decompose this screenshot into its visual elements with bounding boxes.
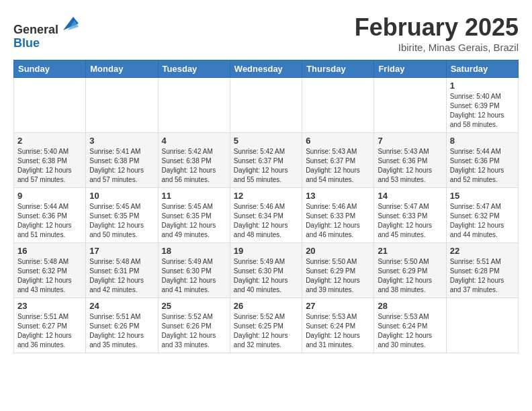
logo: General Blue	[13, 13, 80, 50]
day-info: Sunrise: 5:51 AMSunset: 6:27 PMDaylight:…	[17, 312, 82, 350]
day-info: Sunrise: 5:44 AMSunset: 6:36 PMDaylight:…	[450, 147, 515, 185]
day-header-friday: Friday	[374, 60, 446, 78]
day-info: Sunrise: 5:40 AMSunset: 6:38 PMDaylight:…	[17, 147, 82, 185]
day-info: Sunrise: 5:42 AMSunset: 6:37 PMDaylight:…	[234, 147, 298, 185]
calendar-cell: 13Sunrise: 5:46 AMSunset: 6:33 PMDayligh…	[302, 188, 374, 243]
day-number: 22	[450, 246, 515, 256]
calendar-cell: 28Sunrise: 5:53 AMSunset: 6:24 PMDayligh…	[374, 298, 446, 353]
calendar-cell: 21Sunrise: 5:50 AMSunset: 6:29 PMDayligh…	[374, 243, 446, 298]
calendar-cell	[374, 78, 446, 133]
day-number: 4	[162, 136, 226, 146]
week-row-5: 23Sunrise: 5:51 AMSunset: 6:27 PMDayligh…	[14, 298, 519, 353]
day-number: 1	[450, 81, 515, 91]
day-number: 17	[89, 246, 154, 256]
calendar-cell: 14Sunrise: 5:47 AMSunset: 6:33 PMDayligh…	[374, 188, 446, 243]
day-number: 14	[378, 191, 442, 201]
calendar-table: SundayMondayTuesdayWednesdayThursdayFrid…	[13, 60, 519, 353]
calendar-cell: 15Sunrise: 5:47 AMSunset: 6:32 PMDayligh…	[446, 188, 518, 243]
calendar-cell: 18Sunrise: 5:49 AMSunset: 6:30 PMDayligh…	[158, 243, 230, 298]
calendar-cell: 11Sunrise: 5:45 AMSunset: 6:35 PMDayligh…	[158, 188, 230, 243]
calendar-cell: 17Sunrise: 5:48 AMSunset: 6:31 PMDayligh…	[86, 243, 158, 298]
day-number: 18	[162, 246, 226, 256]
week-row-2: 2Sunrise: 5:40 AMSunset: 6:38 PMDaylight…	[14, 133, 519, 188]
day-info: Sunrise: 5:47 AMSunset: 6:32 PMDaylight:…	[450, 202, 515, 240]
day-number: 10	[89, 191, 154, 201]
week-row-1: 1Sunrise: 5:40 AMSunset: 6:39 PMDaylight…	[14, 78, 519, 133]
day-info: Sunrise: 5:49 AMSunset: 6:30 PMDaylight:…	[234, 257, 298, 295]
day-number: 20	[306, 246, 370, 256]
day-info: Sunrise: 5:52 AMSunset: 6:25 PMDaylight:…	[234, 312, 298, 350]
week-row-4: 16Sunrise: 5:48 AMSunset: 6:32 PMDayligh…	[14, 243, 519, 298]
calendar-cell: 19Sunrise: 5:49 AMSunset: 6:30 PMDayligh…	[230, 243, 302, 298]
header: General Blue February 2025 Ibirite, Mina…	[13, 13, 519, 53]
day-number: 15	[450, 191, 515, 201]
day-info: Sunrise: 5:43 AMSunset: 6:37 PMDaylight:…	[306, 147, 370, 185]
day-number: 26	[234, 301, 298, 311]
day-number: 24	[89, 301, 154, 311]
calendar-cell: 5Sunrise: 5:42 AMSunset: 6:37 PMDaylight…	[230, 133, 302, 188]
calendar-cell	[302, 78, 374, 133]
calendar-cell: 26Sunrise: 5:52 AMSunset: 6:25 PMDayligh…	[230, 298, 302, 353]
day-number: 9	[17, 191, 82, 201]
day-info: Sunrise: 5:48 AMSunset: 6:31 PMDaylight:…	[89, 257, 154, 295]
day-number: 12	[234, 191, 298, 201]
day-number: 25	[162, 301, 226, 311]
day-number: 5	[234, 136, 298, 146]
calendar-cell: 25Sunrise: 5:52 AMSunset: 6:26 PMDayligh…	[158, 298, 230, 353]
day-info: Sunrise: 5:48 AMSunset: 6:32 PMDaylight:…	[17, 257, 82, 295]
calendar-cell: 12Sunrise: 5:46 AMSunset: 6:34 PMDayligh…	[230, 188, 302, 243]
calendar-cell: 9Sunrise: 5:44 AMSunset: 6:36 PMDaylight…	[14, 188, 86, 243]
day-header-tuesday: Tuesday	[158, 60, 230, 78]
day-info: Sunrise: 5:50 AMSunset: 6:29 PMDaylight:…	[306, 257, 370, 295]
day-info: Sunrise: 5:40 AMSunset: 6:39 PMDaylight:…	[450, 92, 515, 130]
day-number: 16	[17, 246, 82, 256]
calendar-cell: 6Sunrise: 5:43 AMSunset: 6:37 PMDaylight…	[302, 133, 374, 188]
calendar-cell: 10Sunrise: 5:45 AMSunset: 6:35 PMDayligh…	[86, 188, 158, 243]
day-number: 11	[162, 191, 226, 201]
day-header-sunday: Sunday	[14, 60, 86, 78]
day-info: Sunrise: 5:41 AMSunset: 6:38 PMDaylight:…	[89, 147, 154, 185]
day-number: 23	[17, 301, 82, 311]
day-number: 21	[378, 246, 442, 256]
day-header-wednesday: Wednesday	[230, 60, 302, 78]
calendar-cell	[230, 78, 302, 133]
calendar-cell: 16Sunrise: 5:48 AMSunset: 6:32 PMDayligh…	[14, 243, 86, 298]
day-info: Sunrise: 5:46 AMSunset: 6:34 PMDaylight:…	[234, 202, 298, 240]
day-info: Sunrise: 5:49 AMSunset: 6:30 PMDaylight:…	[162, 257, 226, 295]
calendar-cell: 20Sunrise: 5:50 AMSunset: 6:29 PMDayligh…	[302, 243, 374, 298]
day-number: 13	[306, 191, 370, 201]
day-info: Sunrise: 5:44 AMSunset: 6:36 PMDaylight:…	[17, 202, 82, 240]
day-number: 2	[17, 136, 82, 146]
calendar-cell: 2Sunrise: 5:40 AMSunset: 6:38 PMDaylight…	[14, 133, 86, 188]
calendar-cell	[14, 78, 86, 133]
calendar-cell: 3Sunrise: 5:41 AMSunset: 6:38 PMDaylight…	[86, 133, 158, 188]
calendar-cell: 7Sunrise: 5:43 AMSunset: 6:36 PMDaylight…	[374, 133, 446, 188]
day-info: Sunrise: 5:53 AMSunset: 6:24 PMDaylight:…	[378, 312, 442, 350]
calendar-cell: 22Sunrise: 5:51 AMSunset: 6:28 PMDayligh…	[446, 243, 518, 298]
day-header-monday: Monday	[86, 60, 158, 78]
day-info: Sunrise: 5:46 AMSunset: 6:33 PMDaylight:…	[306, 202, 370, 240]
day-number: 6	[306, 136, 370, 146]
calendar-cell: 27Sunrise: 5:53 AMSunset: 6:24 PMDayligh…	[302, 298, 374, 353]
logo-blue: Blue	[13, 36, 40, 50]
day-number: 7	[378, 136, 442, 146]
days-header-row: SundayMondayTuesdayWednesdayThursdayFrid…	[14, 60, 519, 78]
day-info: Sunrise: 5:45 AMSunset: 6:35 PMDaylight:…	[89, 202, 154, 240]
day-header-thursday: Thursday	[302, 60, 374, 78]
day-header-saturday: Saturday	[446, 60, 518, 78]
day-info: Sunrise: 5:42 AMSunset: 6:38 PMDaylight:…	[162, 147, 226, 185]
calendar-cell: 8Sunrise: 5:44 AMSunset: 6:36 PMDaylight…	[446, 133, 518, 188]
day-info: Sunrise: 5:51 AMSunset: 6:26 PMDaylight:…	[89, 312, 154, 350]
calendar-cell: 23Sunrise: 5:51 AMSunset: 6:27 PMDayligh…	[14, 298, 86, 353]
day-number: 28	[378, 301, 442, 311]
week-row-3: 9Sunrise: 5:44 AMSunset: 6:36 PMDaylight…	[14, 188, 519, 243]
day-info: Sunrise: 5:43 AMSunset: 6:36 PMDaylight:…	[378, 147, 442, 185]
logo-general: General	[13, 23, 58, 36]
calendar-cell	[446, 298, 518, 353]
day-info: Sunrise: 5:45 AMSunset: 6:35 PMDaylight:…	[162, 202, 226, 240]
calendar-cell	[86, 78, 158, 133]
calendar-cell: 24Sunrise: 5:51 AMSunset: 6:26 PMDayligh…	[86, 298, 158, 353]
calendar-subtitle: Ibirite, Minas Gerais, Brazil	[355, 42, 519, 53]
day-info: Sunrise: 5:52 AMSunset: 6:26 PMDaylight:…	[162, 312, 226, 350]
calendar-cell: 4Sunrise: 5:42 AMSunset: 6:38 PMDaylight…	[158, 133, 230, 188]
